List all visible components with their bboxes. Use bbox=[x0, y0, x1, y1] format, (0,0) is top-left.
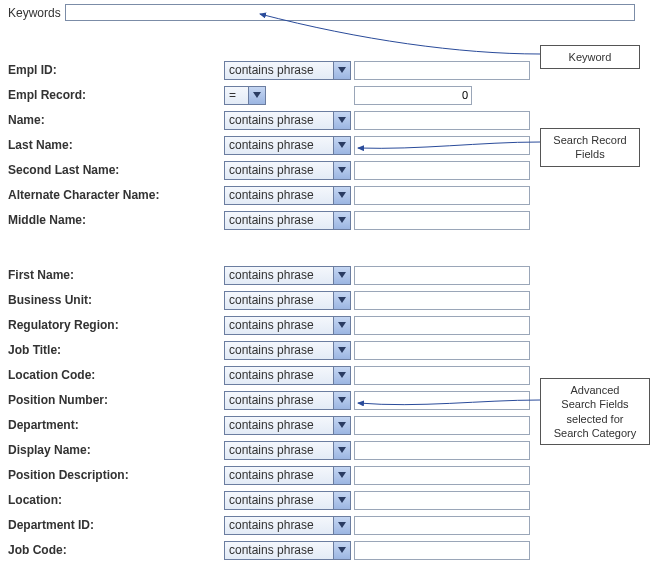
keywords-input[interactable] bbox=[65, 4, 635, 21]
chevron-down-icon bbox=[333, 267, 350, 284]
chevron-down-icon bbox=[333, 112, 350, 129]
operator-select-empl-id[interactable]: contains phrase bbox=[224, 61, 351, 80]
field-row-department: Department: contains phrase bbox=[8, 415, 530, 435]
value-input-department-id[interactable] bbox=[354, 516, 530, 535]
label-job-title: Job Title: bbox=[8, 343, 224, 357]
label-location-code: Location Code: bbox=[8, 368, 224, 382]
operator-select-first-name[interactable]: contains phrase bbox=[224, 266, 351, 285]
chevron-down-icon bbox=[333, 342, 350, 359]
callout-advanced-search: AdvancedSearch Fieldsselected forSearch … bbox=[540, 378, 650, 445]
label-first-name: First Name: bbox=[8, 268, 224, 282]
keywords-row: Keywords bbox=[8, 4, 635, 21]
value-input-department[interactable] bbox=[354, 416, 530, 435]
operator-value-middle-name: contains phrase bbox=[229, 213, 314, 227]
label-department: Department: bbox=[8, 418, 224, 432]
callout-srf-text: Search RecordFields bbox=[553, 134, 626, 160]
field-row-department-id: Department ID: contains phrase bbox=[8, 515, 530, 535]
value-input-last-name[interactable] bbox=[354, 136, 530, 155]
value-input-position-num[interactable] bbox=[354, 391, 530, 410]
chevron-down-icon bbox=[333, 467, 350, 484]
operator-select-alt-char-name[interactable]: contains phrase bbox=[224, 186, 351, 205]
operator-value-location: contains phrase bbox=[229, 493, 314, 507]
operator-value-display-name: contains phrase bbox=[229, 443, 314, 457]
field-row-business-unit: Business Unit: contains phrase bbox=[8, 290, 530, 310]
callout-search-record-fields: Search RecordFields bbox=[540, 128, 640, 167]
value-input-business-unit[interactable] bbox=[354, 291, 530, 310]
operator-select-empl-record[interactable]: = bbox=[224, 86, 266, 105]
operator-value-last-name: contains phrase bbox=[229, 138, 314, 152]
chevron-down-icon bbox=[333, 417, 350, 434]
value-input-location[interactable] bbox=[354, 491, 530, 510]
operator-select-second-last[interactable]: contains phrase bbox=[224, 161, 351, 180]
label-location: Location: bbox=[8, 493, 224, 507]
operator-value-position-num: contains phrase bbox=[229, 393, 314, 407]
operator-select-last-name[interactable]: contains phrase bbox=[224, 136, 351, 155]
chevron-down-icon bbox=[333, 542, 350, 559]
value-input-empl-record[interactable] bbox=[354, 86, 472, 105]
label-name: Name: bbox=[8, 113, 224, 127]
operator-select-location-code[interactable]: contains phrase bbox=[224, 366, 351, 385]
value-input-reg-region[interactable] bbox=[354, 316, 530, 335]
operator-select-department-id[interactable]: contains phrase bbox=[224, 516, 351, 535]
callout-keyword: Keyword bbox=[540, 45, 640, 69]
chevron-down-icon bbox=[333, 137, 350, 154]
field-row-location-code: Location Code: contains phrase bbox=[8, 365, 530, 385]
field-row-empl-record: Empl Record: = bbox=[8, 85, 472, 105]
operator-select-position-num[interactable]: contains phrase bbox=[224, 391, 351, 410]
field-row-alt-char-name: Alternate Character Name: contains phras… bbox=[8, 185, 530, 205]
operator-select-job-title[interactable]: contains phrase bbox=[224, 341, 351, 360]
label-empl-record: Empl Record: bbox=[8, 88, 224, 102]
chevron-down-icon bbox=[333, 492, 350, 509]
callout-keyword-text: Keyword bbox=[569, 51, 612, 63]
field-row-last-name: Last Name: contains phrase bbox=[8, 135, 530, 155]
chevron-down-icon bbox=[248, 87, 265, 104]
value-input-display-name[interactable] bbox=[354, 441, 530, 460]
operator-select-department[interactable]: contains phrase bbox=[224, 416, 351, 435]
operator-select-middle-name[interactable]: contains phrase bbox=[224, 211, 351, 230]
label-reg-region: Regulatory Region: bbox=[8, 318, 224, 332]
value-input-empl-id[interactable] bbox=[354, 61, 530, 80]
operator-select-business-unit[interactable]: contains phrase bbox=[224, 291, 351, 310]
operator-select-location[interactable]: contains phrase bbox=[224, 491, 351, 510]
value-input-job-code[interactable] bbox=[354, 541, 530, 560]
keywords-label: Keywords bbox=[8, 6, 61, 20]
operator-select-reg-region[interactable]: contains phrase bbox=[224, 316, 351, 335]
operator-value-alt-char-name: contains phrase bbox=[229, 188, 314, 202]
field-row-display-name: Display Name: contains phrase bbox=[8, 440, 530, 460]
operator-value-empl-id: contains phrase bbox=[229, 63, 314, 77]
label-empl-id: Empl ID: bbox=[8, 63, 224, 77]
operator-value-first-name: contains phrase bbox=[229, 268, 314, 282]
chevron-down-icon bbox=[333, 162, 350, 179]
value-input-location-code[interactable] bbox=[354, 366, 530, 385]
label-middle-name: Middle Name: bbox=[8, 213, 224, 227]
value-input-name[interactable] bbox=[354, 111, 530, 130]
field-row-job-code: Job Code: contains phrase bbox=[8, 540, 530, 560]
operator-value-position-desc: contains phrase bbox=[229, 468, 314, 482]
label-job-code: Job Code: bbox=[8, 543, 224, 557]
operator-value-department-id: contains phrase bbox=[229, 518, 314, 532]
operator-value-job-code: contains phrase bbox=[229, 543, 314, 557]
value-input-first-name[interactable] bbox=[354, 266, 530, 285]
operator-select-name[interactable]: contains phrase bbox=[224, 111, 351, 130]
value-input-second-last[interactable] bbox=[354, 161, 530, 180]
label-position-num: Position Number: bbox=[8, 393, 224, 407]
operator-value-job-title: contains phrase bbox=[229, 343, 314, 357]
chevron-down-icon bbox=[333, 292, 350, 309]
value-input-middle-name[interactable] bbox=[354, 211, 530, 230]
label-display-name: Display Name: bbox=[8, 443, 224, 457]
operator-select-position-desc[interactable]: contains phrase bbox=[224, 466, 351, 485]
field-row-position-desc: Position Description: contains phrase bbox=[8, 465, 530, 485]
label-last-name: Last Name: bbox=[8, 138, 224, 152]
field-row-job-title: Job Title: contains phrase bbox=[8, 340, 530, 360]
label-second-last: Second Last Name: bbox=[8, 163, 224, 177]
callout-adv-text: AdvancedSearch Fieldsselected forSearch … bbox=[554, 384, 637, 439]
value-input-job-title[interactable] bbox=[354, 341, 530, 360]
operator-select-display-name[interactable]: contains phrase bbox=[224, 441, 351, 460]
value-input-position-desc[interactable] bbox=[354, 466, 530, 485]
field-row-first-name: First Name: contains phrase bbox=[8, 265, 530, 285]
operator-select-job-code[interactable]: contains phrase bbox=[224, 541, 351, 560]
field-row-name: Name: contains phrase bbox=[8, 110, 530, 130]
value-input-alt-char-name[interactable] bbox=[354, 186, 530, 205]
operator-value-name: contains phrase bbox=[229, 113, 314, 127]
chevron-down-icon bbox=[333, 317, 350, 334]
